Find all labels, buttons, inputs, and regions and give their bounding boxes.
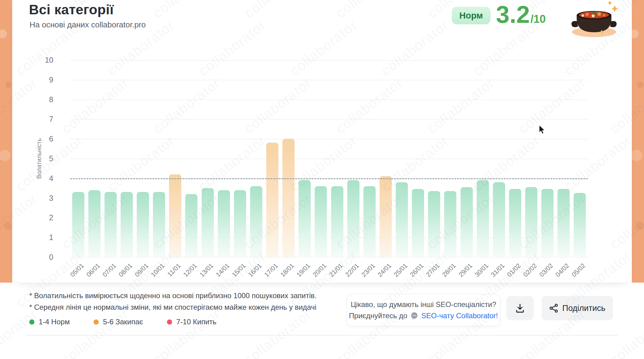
volatility-bar-18-01[interactable] (282, 139, 295, 257)
volatility-bar-05-01[interactable] (72, 192, 84, 257)
volatility-bar-02-02[interactable] (525, 187, 537, 257)
footnote-normal-line: * Середня лінія це нормальні зміни, які … (29, 303, 317, 312)
chart-legend: 1-4 Норм 5-6 Закипає 7-10 Кипить (29, 318, 240, 326)
y-tick-label: 5 (35, 154, 53, 163)
volatility-bar-27-01[interactable] (428, 191, 440, 257)
volatility-bar-10-01[interactable] (153, 192, 165, 257)
legend-label: 5-6 Закипає (103, 318, 143, 326)
share-button[interactable]: Поділитись (542, 296, 613, 320)
y-tick-label: 1 (35, 233, 53, 242)
volatility-bar-28-01[interactable] (444, 191, 456, 257)
normal-level-dashed-line (70, 178, 588, 179)
gridline (70, 139, 588, 139)
volatility-bar-05-02[interactable] (574, 193, 586, 257)
volatility-bar-23-01[interactable] (363, 186, 376, 257)
page-background-left (0, 0, 12, 283)
volatility-widget-card: Всі категорії На основі даних collaborat… (12, 0, 632, 283)
volatility-bar-22-01[interactable] (347, 180, 359, 257)
footer-divider (26, 335, 618, 336)
y-tick-label: 6 (35, 134, 53, 143)
cta-join-prefix: Приєднуйтесь до (349, 312, 408, 320)
y-tick-label: 7 (35, 115, 53, 124)
x-axis-baseline (70, 257, 588, 257)
download-icon (515, 303, 525, 313)
y-tick-label: 0 (35, 253, 53, 262)
volatility-bar-30-01[interactable] (477, 180, 489, 257)
volatility-bar-19-01[interactable] (299, 180, 311, 257)
page-title: Всі категорії (29, 2, 114, 18)
legend-item-boiling: 7-10 Кипить (167, 318, 217, 326)
seo-chat-link[interactable]: SEO-чату Collaborator! (421, 312, 498, 320)
volatility-bar-24-01[interactable] (380, 176, 392, 257)
volatility-bar-13-01[interactable] (202, 188, 214, 257)
legend-label: 1-4 Норм (39, 318, 70, 326)
page-subtitle: На основі даних collaborator.pro (30, 20, 146, 30)
volatility-bar-29-01[interactable] (461, 187, 473, 257)
volatility-bar-14-01[interactable] (218, 190, 230, 257)
y-tick-label: 4 (35, 174, 53, 183)
volatility-bar-04-02[interactable] (557, 189, 570, 257)
download-button[interactable] (506, 296, 534, 320)
borscht-pot-icon (565, 0, 625, 39)
gridline (70, 99, 588, 100)
legend-dot-green (29, 319, 34, 325)
legend-item-norm: 1-4 Норм (29, 318, 70, 326)
volatility-bar-31-01[interactable] (493, 182, 505, 257)
watermark-text: collaborator (0, 305, 41, 359)
footnote-measurement: * Волатильність вимірюється щоденно на о… (29, 291, 317, 300)
volatility-bar-03-02[interactable] (541, 189, 554, 257)
volatility-bar-09-01[interactable] (137, 192, 149, 257)
y-tick-label: 9 (35, 75, 53, 84)
gridline (70, 80, 588, 80)
watermark-text: collaborator (58, 305, 132, 359)
volatility-bar-25-01[interactable] (396, 182, 408, 257)
volatility-bar-20-01[interactable] (315, 186, 327, 257)
volatility-bar-26-01[interactable] (412, 189, 424, 257)
plot-area: 05/0106/0107/0108/0109/0110/0111/0112/01… (70, 60, 588, 257)
volatility-score: 3.2 /10 (496, 2, 546, 27)
share-nodes-icon (549, 304, 558, 313)
volatility-bar-11-01[interactable] (169, 174, 181, 257)
volatility-bar-12-01[interactable] (185, 194, 197, 257)
score-max: /10 (530, 13, 546, 26)
cta-join-line: Приєднуйтесь до SEO-чату Collaborator! (349, 312, 498, 320)
gridline (70, 119, 588, 120)
gridline (70, 159, 588, 159)
speech-bubble-icon (410, 312, 418, 320)
volatility-bar-07-01[interactable] (104, 192, 117, 257)
volatility-bar-01-02[interactable] (509, 189, 521, 257)
share-button-label: Поділитись (562, 304, 605, 313)
score-value: 3.2 (496, 2, 530, 27)
volatility-bar-08-01[interactable] (121, 192, 133, 257)
watermark-text: collaborator (150, 305, 223, 359)
y-tick-label: 8 (35, 95, 53, 104)
volatility-bar-16-01[interactable] (250, 186, 262, 257)
gridline (70, 60, 588, 61)
y-tick-label: 3 (35, 193, 53, 202)
volatility-bar-17-01[interactable] (266, 143, 278, 257)
y-tick-label: 10 (35, 56, 53, 64)
legend-item-boiling-up: 5-6 Закипає (94, 318, 143, 326)
watermark-text: collaborator (241, 305, 315, 359)
legend-label: 7-10 Кипить (176, 318, 217, 326)
cta-question: Цікаво, що думають інші SEO-спеціалісти? (351, 300, 496, 309)
legend-dot-orange (94, 319, 99, 325)
status-badge: Норм (452, 7, 490, 24)
page-background-right (632, 0, 644, 283)
volatility-bar-15-01[interactable] (234, 190, 246, 257)
volatility-bar-21-01[interactable] (331, 186, 343, 257)
volatility-bar-06-01[interactable] (88, 190, 101, 257)
y-tick-label: 2 (35, 213, 53, 222)
legend-dot-red (167, 319, 172, 325)
seo-chat-cta-box: Цікаво, що думають інші SEO-спеціалісти?… (347, 294, 500, 326)
mouse-cursor (539, 125, 548, 135)
